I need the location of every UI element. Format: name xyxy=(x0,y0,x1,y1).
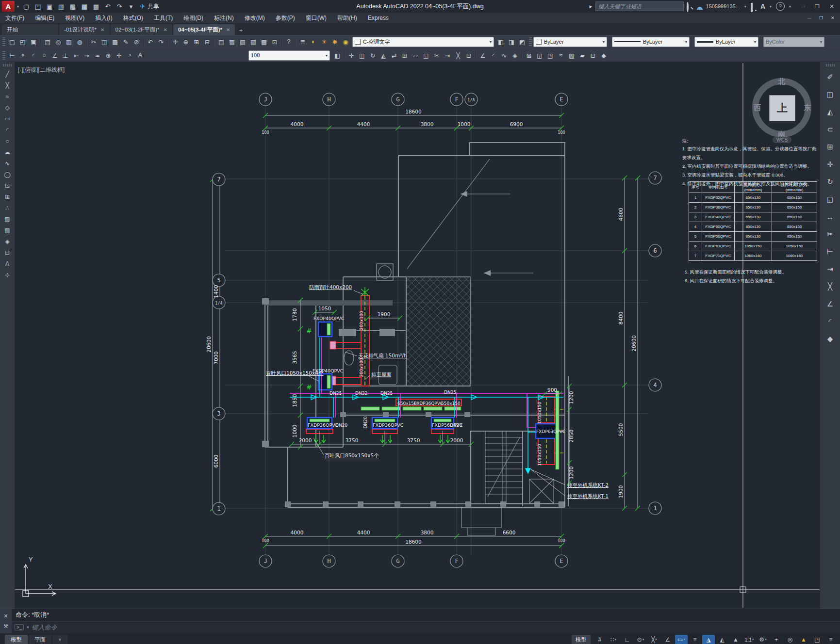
dim-jog-icon[interactable]: ✛ xyxy=(114,50,124,61)
menu-item-编辑E[interactable]: 编辑(E) xyxy=(30,13,60,23)
snap-mode-icon[interactable]: ∷▾ xyxy=(607,635,620,644)
maximize-button[interactable]: ❐ xyxy=(810,0,824,12)
workspace-switching-icon[interactable]: ⚙▾ xyxy=(757,635,769,644)
dim-center-icon[interactable]: ⊕ xyxy=(103,50,114,61)
annotation-monitor-icon[interactable]: + xyxy=(770,635,783,644)
help-icon[interactable]: ? xyxy=(283,36,294,47)
dim-arc-icon[interactable]: ◜ xyxy=(28,50,39,61)
app-menu-dropdown-icon[interactable]: ▾ xyxy=(16,4,20,9)
scale-icon[interactable]: ◱ xyxy=(421,50,431,61)
command-customize-icon[interactable]: ⚒ xyxy=(3,623,8,629)
toolbar-grip[interactable] xyxy=(2,37,5,46)
fillet-icon[interactable]: ◜ xyxy=(823,313,838,330)
layer-state-1-icon[interactable]: ◧ xyxy=(495,36,506,47)
circle-icon[interactable]: ○ xyxy=(1,135,13,146)
region-icon[interactable]: ◈ xyxy=(1,236,13,247)
mirror-icon[interactable]: ◭ xyxy=(823,103,838,121)
object-snap-tracking-icon[interactable]: ╳▾ xyxy=(648,635,660,644)
web-icon[interactable]: ◍ xyxy=(74,36,85,47)
explode-icon[interactable]: ◈ xyxy=(510,50,520,61)
dynamic-input-icon[interactable]: ▭▾ xyxy=(675,635,688,644)
stretch-icon[interactable]: ↔ xyxy=(823,208,838,225)
xline-icon[interactable]: ╳ xyxy=(1,80,13,91)
copy-icon[interactable]: ◫ xyxy=(357,50,367,61)
customization-icon[interactable]: ≡ xyxy=(824,635,837,644)
layer-state-3-icon[interactable]: ◩ xyxy=(517,36,527,47)
make-block-icon[interactable]: ⊞ xyxy=(1,191,13,202)
print-icon[interactable]: ▩ xyxy=(90,1,102,12)
mirror-icon[interactable]: ◭ xyxy=(378,50,389,61)
ellipse-icon[interactable]: ◯ xyxy=(1,169,13,180)
offset-icon[interactable]: ⇄ xyxy=(389,50,399,61)
extend-icon[interactable]: ⊢ xyxy=(823,243,838,260)
color-dropdown[interactable]: ByLayer▾ xyxy=(533,37,607,47)
move-icon[interactable]: ✛ xyxy=(346,50,357,61)
publish-icon[interactable]: ▥ xyxy=(64,36,74,47)
dim-break-icon[interactable]: ◔ xyxy=(124,50,135,61)
object-snap-icon[interactable]: ∠ xyxy=(661,635,674,644)
save-to-web-icon[interactable]: ▦ xyxy=(79,1,90,12)
polyline-icon[interactable]: ≈ xyxy=(1,91,13,102)
mtext-icon[interactable]: A xyxy=(1,258,13,269)
edit-spline-icon[interactable]: ≈ xyxy=(556,50,566,61)
edit-poly-icon[interactable]: ◳ xyxy=(545,50,556,61)
zoom-window-icon[interactable]: ⊞ xyxy=(191,36,202,47)
properties-icon[interactable]: ▤ xyxy=(216,36,227,47)
menu-item-Express[interactable]: Express xyxy=(362,13,394,23)
search-input[interactable]: 键入关键字或短语 xyxy=(595,1,684,11)
cart-icon[interactable] xyxy=(751,3,758,10)
snap-mode-icon-dropdown[interactable]: ▾ xyxy=(615,638,617,642)
command-input[interactable]: >_ ▾ 键入命令 xyxy=(12,621,840,634)
compass-north-label[interactable]: 北 xyxy=(778,77,785,86)
open-file-icon[interactable]: ◰ xyxy=(32,1,44,12)
file-tab[interactable]: 04~05(3-4F平面)*✕ xyxy=(173,24,235,35)
compass-east-label[interactable]: 东 xyxy=(804,103,811,113)
command-prompt-icon[interactable]: >_ xyxy=(15,624,24,630)
toolbar-grip[interactable] xyxy=(529,37,532,46)
app-menu-button[interactable]: A xyxy=(2,1,15,12)
erase-duplicates-icon[interactable]: ⊘ xyxy=(131,36,142,47)
save-as-icon[interactable]: ▥ xyxy=(55,1,67,12)
edit-hatch-icon[interactable]: ▨ xyxy=(566,50,577,61)
group-icon[interactable]: ⊠ xyxy=(524,50,534,61)
match-properties-icon[interactable]: ✎ xyxy=(120,36,131,47)
layer-isolate-icon[interactable]: ✱ xyxy=(329,36,340,47)
polygon-icon[interactable]: ◇ xyxy=(1,102,13,113)
erase-icon[interactable]: ✐ xyxy=(823,68,838,86)
array-icon[interactable]: ⊞ xyxy=(399,50,410,61)
move-icon[interactable]: ✛ xyxy=(823,156,838,173)
dim-aligned-icon[interactable]: ⌖ xyxy=(17,50,28,61)
object-snap-tracking-icon-dropdown[interactable]: ▾ xyxy=(655,638,657,642)
undo-icon[interactable]: ↶ xyxy=(145,36,156,47)
dim-continue-icon[interactable]: ⇥ xyxy=(82,50,92,61)
layout-tab-平面[interactable]: 平面 xyxy=(29,635,51,644)
menu-item-标注N[interactable]: 标注(N) xyxy=(209,13,239,23)
rotate-icon[interactable]: ↻ xyxy=(823,173,838,191)
tab-close-icon[interactable]: ✕ xyxy=(164,27,167,32)
user-avatar-icon[interactable] xyxy=(696,3,703,10)
save-icon[interactable]: ▣ xyxy=(44,1,55,12)
ungroup-icon[interactable]: ◲ xyxy=(534,50,545,61)
linetype-dropdown[interactable]: ByLayer▾ xyxy=(612,37,690,47)
isolate-objects-icon[interactable]: ◎ xyxy=(784,635,796,644)
open-from-web-icon[interactable]: ▤ xyxy=(67,1,79,12)
trim-icon[interactable]: ✂ xyxy=(431,50,442,61)
redo-icon[interactable]: ↷ xyxy=(156,36,166,47)
command-prompt-dropdown-icon[interactable]: ▾ xyxy=(27,625,29,629)
line-icon[interactable]: ╱ xyxy=(1,68,13,80)
layer-dropdown[interactable]: C-空调文字▾ xyxy=(352,37,494,47)
annotation-scale-icon[interactable]: 1:1▾ xyxy=(743,635,756,644)
layout-tab-模型[interactable]: 模型 xyxy=(5,635,28,644)
autodesk-dropdown-icon[interactable]: ▾ xyxy=(768,4,773,9)
break-icon[interactable]: ╳ xyxy=(453,50,463,61)
lineweight-dropdown[interactable]: ByLayer▾ xyxy=(694,37,758,47)
palette-grip[interactable] xyxy=(3,64,12,66)
compass-west-label[interactable]: 西 xyxy=(754,103,761,113)
doc-restore-button[interactable]: ❐ xyxy=(816,13,826,23)
copy-icon[interactable]: ◫ xyxy=(823,86,838,103)
rectangle-icon[interactable]: ▭ xyxy=(1,113,13,124)
menu-item-文件F[interactable]: 文件(F) xyxy=(0,13,30,23)
rotate-icon[interactable]: ↻ xyxy=(367,50,378,61)
menu-item-窗口W[interactable]: 窗口(W) xyxy=(300,13,332,23)
tab-close-icon[interactable]: ✕ xyxy=(100,27,104,32)
